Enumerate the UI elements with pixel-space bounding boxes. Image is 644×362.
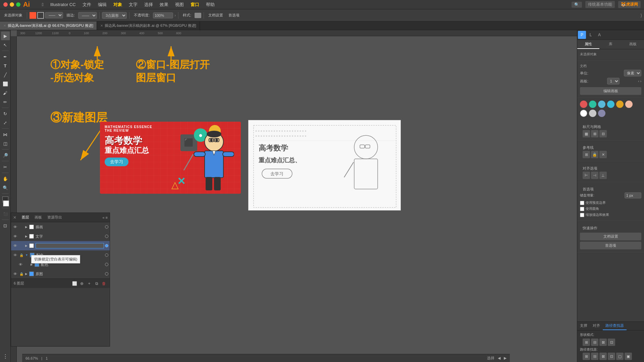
gradient-tool[interactable]: ◫ — [1, 139, 10, 148]
swatch-blue[interactable] — [598, 101, 605, 108]
unit-dropdown[interactable]: 像素 — [624, 70, 641, 76]
scissors-tool[interactable]: ✂ — [1, 163, 10, 171]
zoom-level[interactable]: 66.67% — [25, 356, 38, 360]
quick-doc-settings-button[interactable]: 文档设置 — [580, 233, 641, 240]
stroke-swatch[interactable] — [37, 12, 44, 19]
guide-toggle[interactable]: ⊟ — [599, 130, 607, 137]
layer-eye-text[interactable]: 👁 — [12, 234, 18, 239]
layer-expand-original[interactable]: ▶ — [25, 272, 28, 276]
preferences-button[interactable]: 首选项 — [226, 12, 241, 18]
unite-button[interactable]: ⊞ — [583, 339, 590, 346]
swatch-purple-gray[interactable] — [598, 110, 605, 117]
close-button[interactable] — [3, 2, 8, 7]
tab-align[interactable]: 对齐 — [590, 322, 603, 330]
shape-tool[interactable]: ⬜ — [1, 79, 10, 88]
layers-tab-artboards[interactable]: 画板 — [33, 214, 43, 221]
layer-expand-text[interactable]: ▶ — [25, 235, 28, 238]
tab-properties[interactable]: 属性 — [577, 40, 599, 49]
tab-2[interactable]: ✕ 插边风-banner演示稿的副本.ai @ 67% [RGB/GPU 推进] — [97, 21, 200, 30]
menu-help[interactable]: 帮助 — [203, 1, 217, 8]
fill-swatch[interactable] — [30, 12, 36, 19]
menu-apple[interactable]:  — [39, 1, 46, 8]
more-tools[interactable]: ⋮ — [1, 352, 10, 361]
properties-icon[interactable]: P — [578, 31, 586, 39]
layer-expand-color[interactable]: ▼ — [25, 253, 28, 257]
library-icon[interactable]: L — [587, 31, 595, 39]
nav-arrow-right[interactable]: ▶ — [504, 356, 506, 360]
tab-transform[interactable]: 支撑 — [577, 322, 590, 330]
paintbrush-tool[interactable]: 🖌 — [1, 88, 10, 97]
menu-type[interactable]: 文字 — [126, 1, 140, 8]
quick-prefs-button[interactable]: 首选项 — [580, 242, 641, 249]
preview-bounds-checkbox[interactable] — [580, 201, 584, 205]
line-tool[interactable]: ╱ — [1, 70, 10, 79]
align-left[interactable]: ⊢ — [583, 172, 590, 179]
banner-cta[interactable]: 去学习 — [105, 158, 128, 166]
layer-item-text[interactable]: 👁 ▶ 文字 — [11, 232, 110, 241]
tab-library[interactable]: 库 — [599, 40, 622, 49]
artboard-nav[interactable]: ‹ › — [638, 79, 641, 83]
stroke-type-dropdown[interactable]: —— — [45, 12, 63, 18]
zoom-tool[interactable]: 🔍 — [1, 183, 10, 192]
swatch-orange[interactable] — [616, 101, 624, 108]
menu-illustrator[interactable]: Illustrator CC — [48, 1, 78, 8]
rotate-tool[interactable]: ↻ — [1, 109, 10, 118]
align-center-h[interactable]: ⊣ — [591, 172, 598, 179]
layer-expand-illustration[interactable]: ▶ — [25, 225, 28, 229]
search-button[interactable]: 🔍 — [572, 2, 582, 8]
opacity-arrow-right[interactable]: › — [174, 13, 176, 18]
panel-collapse-icon[interactable]: « — [102, 216, 104, 220]
show-guides[interactable]: ⊞ — [583, 151, 590, 158]
nav-arrow-left[interactable]: ◀ — [498, 356, 500, 360]
tab-1[interactable]: ✕ 插边风-banner演示稿.ai @ 66.67% [RGB/GPU 推进] — [0, 21, 97, 30]
menu-edit[interactable]: 编辑 — [95, 1, 109, 8]
pen-tool[interactable]: ✒ — [1, 52, 10, 61]
panel-menu-icon[interactable]: ≡ — [106, 216, 108, 220]
layer-eye-editing[interactable]: 👁 — [12, 243, 18, 248]
layer-eye-color[interactable]: 👁 — [12, 252, 18, 258]
layer-name-editing-input[interactable] — [36, 243, 104, 248]
artboard-icon[interactable]: A — [595, 31, 603, 39]
stroke-dropdown[interactable]: —— — [78, 12, 97, 19]
blend-tool[interactable]: ⋈ — [1, 130, 10, 139]
selection-tool[interactable]: ▶ — [1, 32, 10, 40]
clear-guides[interactable]: ✕ — [599, 151, 607, 158]
duplicate-layer-button[interactable]: ⧉ — [94, 281, 100, 287]
new-sublayer-button[interactable]: ⊕ — [79, 281, 85, 287]
outline-button[interactable]: ▢ — [616, 353, 624, 360]
crop-button[interactable]: ⊡ — [608, 353, 615, 360]
menu-effect[interactable]: 效果 — [157, 1, 171, 8]
intersect-button[interactable]: ⊠ — [599, 339, 607, 346]
draw-mode[interactable]: ⬛ — [1, 209, 10, 218]
grid-toggle[interactable]: ⊞ — [591, 130, 598, 137]
layer-eye-original[interactable]: 👁 — [12, 271, 18, 277]
ruler-toggle[interactable]: ▦ — [583, 130, 590, 137]
layer-eye-color-child[interactable]: 👁 — [18, 262, 23, 267]
panel-expand-icon[interactable]: ⟩ — [640, 13, 642, 18]
hand-tool[interactable]: ✋ — [1, 174, 10, 183]
tab-pathfinder[interactable]: 路径查找器 — [603, 322, 627, 330]
minus-front-button[interactable]: ⊟ — [591, 339, 598, 346]
layer-lock-color[interactable]: 🔒 — [19, 252, 24, 258]
rounded-corners-checkbox[interactable] — [580, 207, 584, 211]
scale-strokes-checkbox[interactable] — [580, 213, 584, 217]
align-right[interactable]: ⊥ — [599, 172, 607, 179]
edit-artboard-button[interactable]: 编辑画板 — [580, 87, 641, 95]
layers-close-icon[interactable]: ✕ — [13, 215, 16, 220]
doc-settings-button[interactable]: 文档设置 — [206, 12, 225, 18]
change-screen-mode[interactable]: ⊡ — [1, 221, 10, 230]
layer-item-editing[interactable]: 👁 ▶ — [11, 241, 110, 250]
minimize-button[interactable] — [10, 2, 14, 7]
opacity-input[interactable] — [153, 12, 173, 18]
new-layer-button[interactable]: + — [86, 281, 92, 287]
minus-back-button[interactable]: ▣ — [625, 353, 632, 360]
divide-button[interactable]: ⊞ — [583, 353, 590, 360]
swatch-gray[interactable] — [589, 110, 596, 117]
swatch-red[interactable] — [580, 101, 587, 108]
menu-object[interactable]: 对象 — [111, 1, 125, 8]
layer-eye-illustration[interactable]: 👁 — [12, 224, 18, 230]
basic-functions[interactable]: 传统基本功能 — [585, 1, 615, 8]
type-tool[interactable]: T — [1, 61, 10, 70]
menu-select[interactable]: 选择 — [142, 1, 156, 8]
tab-close-1[interactable]: ✕ — [3, 24, 6, 27]
